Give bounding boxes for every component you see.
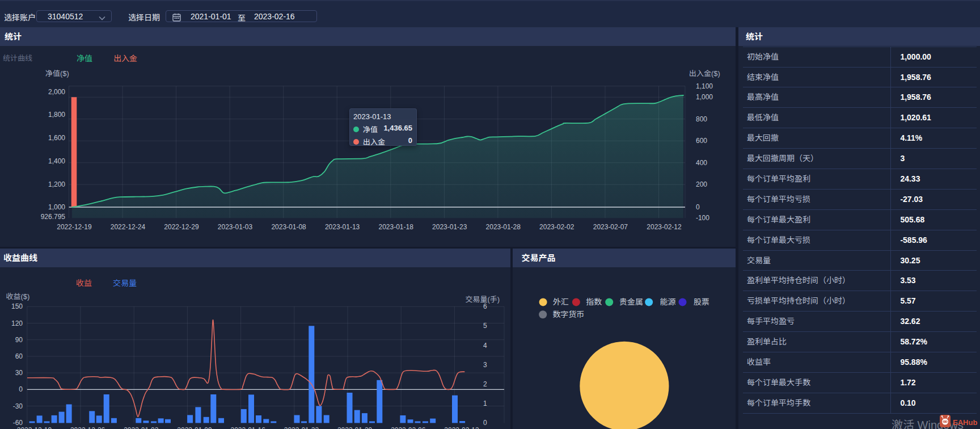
svg-text:交易量(手): 交易量(手) (466, 295, 500, 304)
svg-text:贵金属: 贵金属 (619, 297, 643, 306)
svg-text:2022-12-26: 2022-12-26 (70, 426, 105, 429)
svg-text:150: 150 (11, 303, 23, 311)
svg-text:2023-01-16: 2023-01-16 (231, 426, 266, 429)
svg-text:2023-01-23: 2023-01-23 (432, 223, 467, 231)
svg-text:能源: 能源 (660, 297, 675, 306)
svg-text:0: 0 (19, 386, 23, 394)
svg-text:1,000: 1,000 (48, 204, 65, 212)
svg-text:120: 120 (11, 319, 23, 327)
svg-text:外汇: 外汇 (552, 297, 568, 306)
svg-text:-60: -60 (13, 419, 23, 427)
svg-text:出入金($): 出入金($) (689, 69, 720, 78)
svg-text:1,100: 1,100 (696, 82, 713, 90)
svg-text:指数: 指数 (586, 297, 602, 306)
svg-text:2023-02-06: 2023-02-06 (391, 426, 426, 429)
svg-text:2023-01-03: 2023-01-03 (218, 223, 253, 231)
svg-text:2: 2 (483, 380, 487, 388)
svg-text:0: 0 (483, 419, 487, 427)
svg-text:5: 5 (483, 322, 487, 330)
svg-text:2023-01-09: 2023-01-09 (177, 426, 212, 429)
svg-text:1,000: 1,000 (696, 94, 713, 102)
svg-text:90: 90 (15, 336, 23, 344)
svg-text:4: 4 (483, 342, 487, 350)
svg-text:400: 400 (696, 159, 707, 167)
svg-text:0: 0 (696, 203, 700, 211)
svg-text:2022-12-24: 2022-12-24 (111, 223, 146, 231)
svg-text:数字货币: 数字货币 (552, 310, 584, 319)
svg-text:收益($): 收益($) (6, 292, 30, 301)
svg-text:2023-02-02: 2023-02-02 (539, 223, 575, 231)
svg-text:6: 6 (483, 303, 487, 311)
svg-text:60: 60 (15, 352, 23, 360)
svg-text:-30: -30 (13, 402, 23, 410)
svg-text:2023-01-18: 2023-01-18 (379, 223, 414, 231)
svg-text:2023-01-13: 2023-01-13 (325, 223, 360, 231)
svg-text:30: 30 (15, 369, 23, 377)
svg-text:926.795: 926.795 (41, 213, 66, 221)
svg-text:2023-01-30: 2023-01-30 (337, 426, 373, 429)
svg-text:200: 200 (696, 181, 707, 189)
svg-text:800: 800 (696, 115, 707, 123)
svg-text:1: 1 (483, 399, 487, 407)
svg-text:600: 600 (696, 137, 707, 145)
svg-text:2022-12-29: 2022-12-29 (164, 223, 199, 231)
svg-text:2023-01-08: 2023-01-08 (271, 223, 306, 231)
svg-text:2023-01-02: 2023-01-02 (124, 426, 159, 429)
svg-text:1,600: 1,600 (48, 134, 65, 142)
svg-text:2023-01-28: 2023-01-28 (486, 223, 521, 231)
svg-text:股票: 股票 (693, 297, 709, 306)
svg-text:1,400: 1,400 (48, 157, 65, 165)
svg-text:2022-12-19: 2022-12-19 (17, 426, 52, 429)
svg-text:2023-02-13: 2023-02-13 (444, 426, 479, 429)
svg-text:1,800: 1,800 (48, 111, 65, 119)
svg-text:2023-02-12: 2023-02-12 (647, 223, 682, 231)
svg-text:2023-01-23: 2023-01-23 (284, 426, 319, 429)
svg-text:净值($): 净值($) (45, 69, 69, 78)
svg-text:2,000: 2,000 (48, 88, 65, 96)
svg-text:-100: -100 (696, 214, 709, 222)
svg-text:1,200: 1,200 (48, 180, 65, 188)
svg-text:3: 3 (483, 361, 487, 369)
svg-text:2022-12-19: 2022-12-19 (57, 223, 92, 231)
svg-text:2023-02-07: 2023-02-07 (593, 223, 628, 231)
